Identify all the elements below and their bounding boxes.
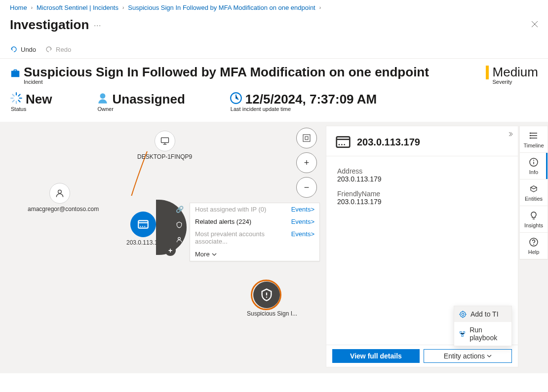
events-link[interactable]: Events> [291, 218, 314, 225]
friendlyname-value: 203.0.113.179 [337, 198, 507, 206]
entities-icon [529, 184, 538, 193]
rail-entities[interactable]: Entities [520, 179, 548, 206]
breadcrumb: Home › Microsoft Sentinel | Incidents › … [0, 0, 548, 15]
owner-block: Unassigned [96, 92, 185, 107]
breadcrumb-incident[interactable]: Suspicious Sign In Followed by MFA Modif… [128, 4, 315, 11]
entity-actions-button[interactable]: Entity actions [424, 349, 512, 363]
breadcrumb-sentinel[interactable]: Microsoft Sentinel | Incidents [37, 4, 118, 11]
status-value: New [26, 92, 52, 107]
popup-more-button[interactable]: More [190, 248, 319, 261]
popup-row-accounts[interactable]: Most prevalent accounts associate... Eve… [190, 228, 319, 248]
svg-point-24 [344, 144, 345, 145]
incident-title: Suspicious Sign In Followed by MFA Modif… [24, 65, 429, 80]
time-value: 12/5/2024, 7:37:09 AM [245, 92, 377, 107]
ip-icon [137, 218, 150, 231]
svg-point-32 [530, 138, 531, 139]
fit-icon [303, 134, 311, 142]
undo-icon [10, 45, 18, 53]
popup-row-hosts-label: Host assigned with IP (0) [195, 206, 266, 213]
svg-rect-10 [161, 138, 168, 143]
owner-value: Unassigned [112, 92, 185, 107]
svg-line-5 [12, 100, 14, 102]
svg-rect-12 [138, 220, 148, 228]
incident-header: Suspicious Sign In Followed by MFA Modif… [0, 59, 548, 122]
redo-label: Redo [56, 46, 71, 53]
events-link[interactable]: Events> [291, 230, 314, 245]
severity-color-bar [486, 66, 489, 79]
svg-point-8 [100, 93, 106, 99]
popup-row-hosts[interactable]: Host assigned with IP (0) Events> [190, 203, 319, 215]
svg-point-14 [142, 226, 143, 227]
redo-button: Redo [45, 45, 71, 53]
popup-more-label: More [195, 250, 210, 258]
popup-row-alerts[interactable]: Related alerts (224) Events> [190, 215, 319, 228]
entity-actions-label: Entity actions [444, 352, 485, 360]
redo-icon [45, 45, 53, 53]
briefcase-icon [10, 68, 21, 79]
svg-point-23 [341, 144, 343, 145]
target-icon [459, 311, 467, 318]
svg-point-31 [530, 135, 531, 137]
rail-help[interactable]: Help [520, 233, 548, 259]
rail-info-label: Info [521, 169, 547, 175]
node-alert-label: Suspicious Sign I... [247, 310, 297, 317]
svg-rect-27 [460, 331, 462, 333]
person-icon [55, 188, 65, 198]
address-value: 203.0.113.179 [337, 175, 507, 183]
view-full-details-button[interactable]: View full details [332, 349, 420, 363]
help-icon [529, 238, 538, 247]
friendlyname-label: FriendlyName [337, 190, 507, 198]
close-icon [531, 21, 538, 28]
rail-timeline[interactable]: Timeline [520, 126, 548, 153]
collapse-panel-icon[interactable] [507, 131, 513, 137]
playbook-icon [459, 330, 466, 338]
more-icon[interactable]: ··· [94, 21, 101, 29]
zoom-controls: + − [296, 128, 317, 198]
svg-point-11 [58, 190, 62, 193]
rail-info[interactable]: Info [520, 153, 548, 179]
svg-rect-20 [305, 137, 308, 140]
status-block: New [10, 92, 52, 107]
svg-line-7 [12, 94, 14, 96]
chevron-down-icon [487, 354, 492, 358]
entity-panel-title: 203.0.113.179 [357, 137, 509, 148]
svg-rect-29 [462, 335, 463, 336]
zoom-in-button[interactable]: + [296, 152, 317, 173]
ring-shield-icon[interactable] [176, 221, 183, 230]
add-to-ti-item[interactable]: Add to TI [454, 306, 511, 322]
node-host-label: DESKTOP-1FINQP9 [137, 153, 192, 160]
info-icon [529, 158, 538, 167]
chevron-right-icon: › [31, 5, 33, 10]
page-title: Investigation [10, 17, 89, 33]
fit-button[interactable] [296, 128, 317, 148]
ring-link-icon[interactable]: 🔗 [176, 206, 184, 213]
shield-alert-icon [260, 288, 274, 302]
time-block: 12/5/2024, 7:37:09 AM [230, 92, 377, 107]
svg-point-13 [140, 226, 141, 227]
svg-point-36 [530, 238, 538, 246]
svg-rect-19 [303, 135, 310, 142]
popup-row-accounts-label: Most prevalent accounts associate... [195, 230, 291, 245]
chevron-down-icon [212, 252, 217, 257]
breadcrumb-home[interactable]: Home [10, 4, 27, 11]
rail-insights[interactable]: Insights [520, 206, 548, 233]
svg-point-17 [266, 297, 267, 298]
node-alert[interactable]: Suspicious Sign I... [247, 282, 297, 317]
run-playbook-label: Run playbook [470, 326, 507, 342]
node-user[interactable]: amacgregor@contoso.com [28, 183, 99, 213]
undo-button[interactable]: Undo [10, 45, 36, 53]
chevron-right-icon: › [319, 5, 321, 10]
severity-value: Medium [493, 65, 538, 80]
popup-row-alerts-label: Related alerts (224) [195, 218, 251, 225]
expand-node-button[interactable]: + [165, 245, 176, 256]
entity-panel: 203.0.113.179 Address 203.0.113.179 Frie… [326, 126, 518, 367]
events-link[interactable]: Events> [291, 206, 314, 213]
page-header: Investigation ··· [0, 15, 548, 42]
rail-help-label: Help [521, 249, 547, 255]
zoom-out-button[interactable]: − [296, 177, 317, 198]
ring-account-icon[interactable] [176, 236, 183, 245]
svg-point-37 [533, 244, 534, 245]
close-button[interactable] [531, 20, 538, 30]
run-playbook-item[interactable]: Run playbook [454, 322, 511, 346]
node-host[interactable]: DESKTOP-1FINQP9 [137, 131, 192, 160]
